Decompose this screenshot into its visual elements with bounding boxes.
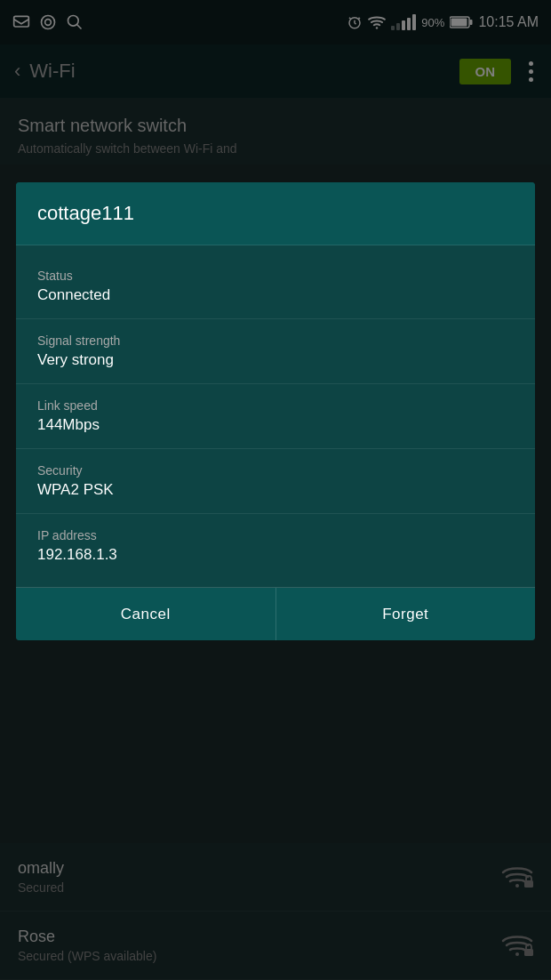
wifi-detail-dialog: cottage111 Status Connected Signal stren…	[16, 182, 535, 640]
ip-value: 192.168.1.3	[37, 546, 514, 564]
link-speed-row: Link speed 144Mbps	[16, 384, 535, 448]
link-speed-label: Link speed	[37, 398, 514, 413]
signal-row: Signal strength Very strong	[16, 319, 535, 383]
dialog-body: Status Connected Signal strength Very st…	[16, 245, 535, 587]
security-row: Security WPA2 PSK	[16, 449, 535, 513]
signal-value: Very strong	[37, 351, 514, 369]
link-speed-value: 144Mbps	[37, 416, 514, 434]
signal-label: Signal strength	[37, 333, 514, 348]
ip-row: IP address 192.168.1.3	[16, 514, 535, 578]
status-value: Connected	[37, 286, 514, 304]
dialog-actions: Cancel Forget	[16, 587, 535, 640]
cancel-button[interactable]: Cancel	[16, 588, 276, 640]
status-row: Status Connected	[16, 254, 535, 318]
security-value: WPA2 PSK	[37, 481, 514, 499]
dialog-network-name: cottage111	[16, 182, 535, 245]
security-label: Security	[37, 463, 514, 478]
ip-label: IP address	[37, 528, 514, 542]
forget-button[interactable]: Forget	[276, 588, 536, 640]
status-label: Status	[37, 269, 514, 283]
